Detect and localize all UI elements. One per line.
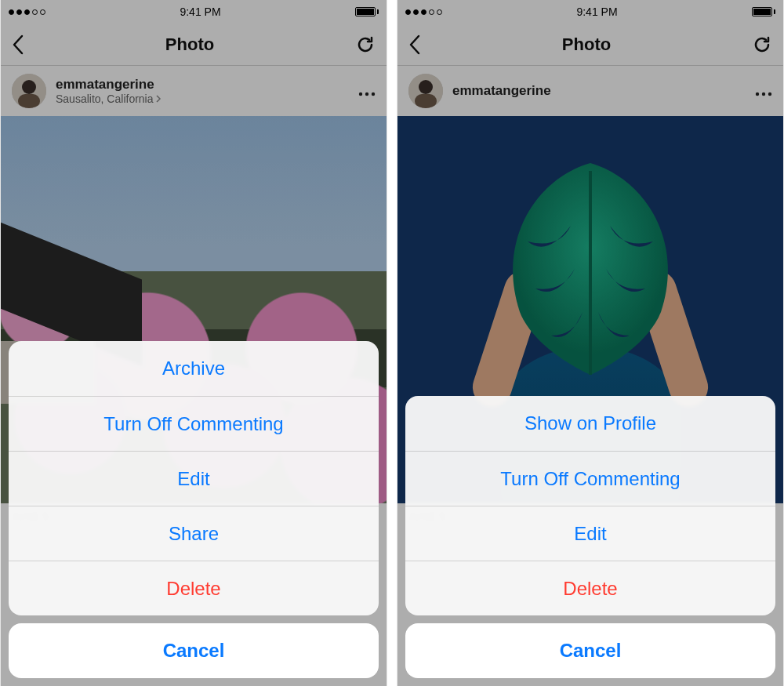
- sheet-item-show-on-profile[interactable]: Show on Profile: [405, 396, 775, 451]
- action-sheet: Show on ProfileTurn Off CommentingEditDe…: [397, 388, 783, 686]
- phone-screenshot-right: 9:41 PM Photo emmatangerine: [397, 0, 784, 686]
- sheet-item-turn-off-commenting[interactable]: Turn Off Commenting: [9, 396, 379, 451]
- cancel-button[interactable]: Cancel: [9, 623, 379, 678]
- sheet-item-edit[interactable]: Edit: [9, 451, 379, 506]
- sheet-item-archive[interactable]: Archive: [9, 341, 379, 396]
- action-sheet: ArchiveTurn Off CommentingEditShareDelet…: [1, 333, 387, 686]
- sheet-item-delete[interactable]: Delete: [405, 561, 775, 615]
- sheet-item-delete[interactable]: Delete: [9, 561, 379, 615]
- sheet-item-share[interactable]: Share: [9, 506, 379, 561]
- cancel-button[interactable]: Cancel: [405, 623, 775, 678]
- sheet-item-turn-off-commenting[interactable]: Turn Off Commenting: [405, 451, 775, 506]
- phone-screenshot-left: 9:41 PM Photo emmatangerine Sausalito, C…: [0, 0, 387, 686]
- sheet-item-edit[interactable]: Edit: [405, 506, 775, 561]
